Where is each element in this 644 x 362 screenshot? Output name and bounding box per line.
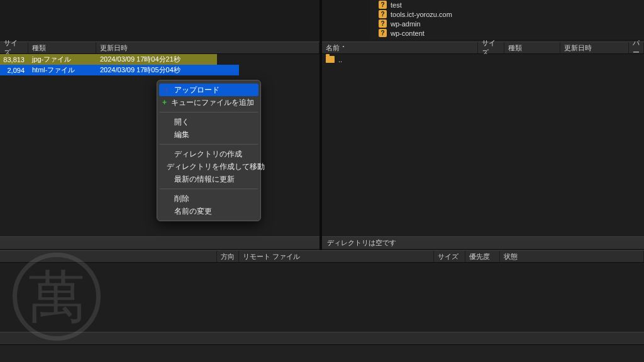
menu-label: ディレクトリを作成して移動 — [167, 162, 265, 172]
menu-mkdir-enter[interactable]: ディレクトリを作成して移動 — [157, 160, 260, 173]
col-name[interactable]: 名前 ˄ — [322, 42, 478, 53]
remote-status-bar: ディレクトリは空です — [322, 236, 644, 249]
queue-tab-bar[interactable] — [0, 332, 644, 344]
col-queue-status[interactable]: 状態 — [500, 251, 644, 262]
menu-label: 開く — [174, 118, 189, 127]
menu-rename[interactable]: 名前の変更 — [157, 205, 260, 217]
menu-label: キューにファイルを追加 — [171, 98, 254, 107]
col-date[interactable]: 更新日時 — [560, 42, 629, 53]
file-type: jpg-ファイル — [28, 55, 96, 64]
file-type: html-ファイル — [28, 65, 96, 75]
parent-directory-label: .. — [338, 56, 342, 63]
col-date[interactable]: 更新日時 — [96, 42, 319, 53]
local-status-bar — [0, 236, 319, 249]
remote-column-headers: 名前 ˄ サイズ 種類 更新日時 パー — [322, 41, 644, 54]
menu-refresh[interactable]: 最新の情報に更新 — [157, 173, 260, 185]
file-date: 2024/03/09 17時05分04秒 — [96, 65, 239, 75]
file-date: 2024/03/09 17時04分21秒 — [96, 55, 217, 64]
transfer-queue[interactable] — [0, 263, 644, 332]
col-queue-size[interactable]: サイズ — [434, 251, 465, 262]
col-type[interactable]: 種類 — [504, 42, 560, 53]
menu-delete[interactable]: 削除 — [157, 192, 260, 205]
tree-item[interactable]: ? tools.ict-yorozu.com — [370, 9, 644, 19]
col-queue-local[interactable] — [0, 251, 217, 262]
tree-item[interactable]: ? wp-content — [370, 28, 644, 38]
menu-separator — [160, 112, 258, 112]
col-queue-priority[interactable]: 優先度 — [465, 251, 500, 262]
local-tree-pane — [0, 0, 319, 41]
menu-label: アップロード — [174, 85, 219, 95]
sort-ascending-icon: ˄ — [342, 45, 345, 51]
col-type[interactable]: 種類 — [28, 42, 96, 53]
col-size[interactable]: サイズ — [478, 42, 504, 53]
remote-directory-tree[interactable]: ? test ? tools.ict-yorozu.com ? wp-admin… — [370, 0, 644, 40]
folder-icon — [326, 56, 335, 63]
menu-label: 削除 — [174, 194, 189, 204]
queue-column-headers: 方向 リモート ファイル サイズ 優先度 状態 — [0, 250, 644, 263]
folder-unknown-icon: ? — [379, 29, 387, 37]
menu-label: ディレクトリの作成 — [174, 150, 242, 159]
status-bar — [0, 344, 644, 362]
remote-status-text: ディレクトリは空です — [327, 238, 396, 248]
tree-item[interactable]: ? test — [370, 0, 644, 9]
local-column-headers: サイズ 種類 更新日時 — [0, 41, 319, 54]
menu-label: 最新の情報に更新 — [174, 175, 235, 184]
file-size: 2,094 — [0, 67, 28, 74]
context-menu: ↑ アップロード + キューにファイルを追加 開く 編集 ディレクトリの作成 デ… — [157, 80, 261, 221]
tree-item-label: wp-content — [391, 30, 425, 37]
file-row[interactable]: 2,094 html-ファイル 2024/03/09 17時05分04秒 — [0, 65, 239, 75]
file-row[interactable]: 83,813 jpg-ファイル 2024/03/09 17時04分21秒 — [0, 54, 217, 65]
col-queue-direction[interactable]: 方向 — [217, 251, 239, 262]
menu-mkdir[interactable]: ディレクトリの作成 — [157, 148, 260, 160]
menu-label: 名前の変更 — [174, 207, 212, 216]
add-queue-icon: + — [162, 98, 167, 107]
tree-item-label: test — [391, 1, 402, 9]
col-size[interactable]: サイズ — [0, 42, 28, 53]
upload-icon: ↑ — [162, 85, 170, 94]
menu-edit[interactable]: 編集 — [157, 128, 260, 141]
file-size: 83,813 — [0, 56, 28, 63]
folder-unknown-icon: ? — [379, 10, 387, 18]
folder-unknown-icon: ? — [379, 19, 387, 28]
tree-item[interactable]: ? wp-admin — [370, 19, 644, 28]
tree-item-label: wp-admin — [391, 20, 421, 28]
tree-item-label: tools.ict-yorozu.com — [391, 11, 452, 18]
folder-unknown-icon: ? — [379, 1, 387, 9]
menu-upload[interactable]: ↑ アップロード — [159, 84, 258, 96]
menu-separator — [160, 189, 258, 189]
menu-separator — [160, 144, 258, 145]
menu-add-to-queue[interactable]: + キューにファイルを追加 — [157, 96, 260, 109]
menu-label: 編集 — [174, 130, 189, 140]
parent-directory-row[interactable]: .. — [322, 54, 644, 65]
col-permissions[interactable]: パー — [629, 42, 644, 53]
menu-open[interactable]: 開く — [157, 116, 260, 128]
col-queue-remote[interactable]: リモート ファイル — [239, 251, 434, 262]
remote-file-list[interactable]: .. — [322, 54, 644, 236]
